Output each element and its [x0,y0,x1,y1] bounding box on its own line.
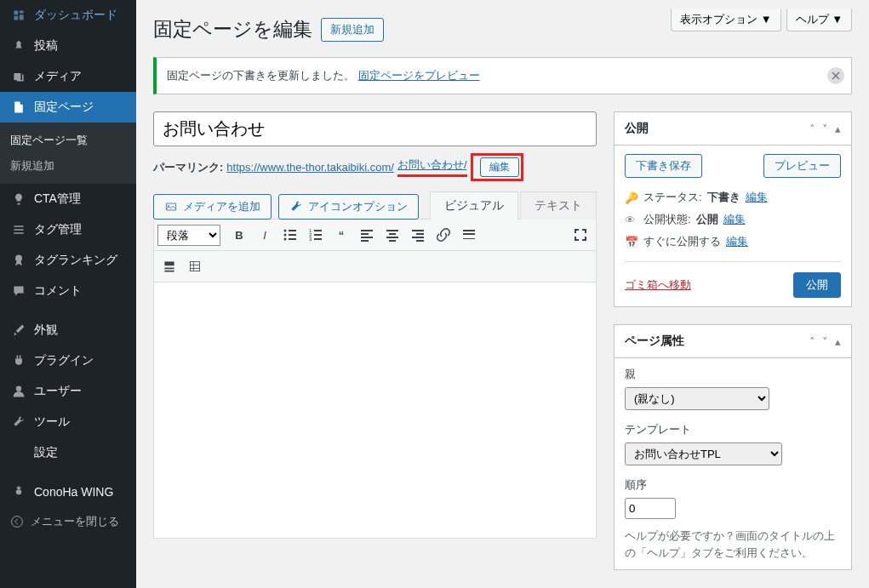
svg-point-0 [15,255,22,262]
menu-appearance[interactable]: 外観 [0,315,136,345]
move-up-icon[interactable]: ˄ [809,335,815,348]
align-left-icon [358,226,375,243]
move-down-icon[interactable]: ˅ [822,123,828,135]
sidebar-column: 公開 ˄˅▴ 下書き保存 プレビュー 🔑ステータス: 下書き 編集 👁公開状態:… [614,111,852,587]
menu-comments[interactable]: コメント [0,276,136,306]
menu-users[interactable]: ユーザー [0,376,136,407]
menu-plugins[interactable]: プラグイン [0,345,136,376]
order-input[interactable] [625,498,676,519]
title-input[interactable] [153,111,597,146]
visibility-label: 公開状態: [643,212,691,227]
menu-label: 固定ページ [34,100,94,115]
menu-pages[interactable]: 固定ページ [0,92,136,123]
add-media-button[interactable]: メディアを追加 [153,194,272,220]
toolbar-toggle-button[interactable] [157,254,181,278]
link-button[interactable] [432,223,455,247]
collapse-menu[interactable]: メニューを閉じる [0,507,136,536]
edit-schedule-link[interactable]: 編集 [726,234,748,249]
svg-rect-9 [164,261,174,265]
tab-text[interactable]: テキスト [520,191,597,220]
table-button[interactable] [183,254,207,278]
ol-icon: 123 [307,226,324,243]
menu-label: CTA管理 [34,191,81,207]
page-icon [10,99,27,116]
editor-body[interactable] [154,283,596,538]
publish-button[interactable]: 公開 [793,272,841,298]
number-list-button[interactable]: 123 [304,223,328,247]
edit-visibility-link[interactable]: 編集 [723,212,746,227]
svg-point-1 [16,386,21,391]
move-up-icon[interactable]: ˄ [809,123,815,135]
save-draft-button[interactable]: 下書き保存 [625,154,702,178]
brush-icon [10,322,27,339]
publish-box: 公開 ˄˅▴ 下書き保存 プレビュー 🔑ステータス: 下書き 編集 👁公開状態:… [614,111,852,307]
align-left-button[interactable] [355,223,379,247]
more-button[interactable] [457,223,481,247]
visibility-value: 公開 [696,212,718,227]
toggle-icon[interactable]: ▴ [835,123,841,135]
dismiss-notice-button[interactable] [827,67,844,84]
screen-options-button[interactable]: 表示オプション ▼ [671,9,780,31]
svg-point-3 [284,230,287,232]
status-label: ステータス: [643,190,702,205]
collapse-label: メニューを閉じる [31,514,119,529]
media-icon [164,200,178,214]
format-select[interactable]: 段落 [157,225,220,246]
award-icon [10,252,27,269]
add-media-label: メディアを追加 [183,199,260,214]
menu-tags[interactable]: タグ管理 [0,214,136,245]
svg-rect-10 [190,261,199,271]
user-icon [10,383,27,400]
permalink-row: パーマリンク: https://www.the-thor.takaibiki.c… [153,153,597,181]
success-notice: 固定ページの下書きを更新しました。 固定ページをプレビュー [153,57,852,94]
preview-button[interactable]: プレビュー [763,154,841,178]
link-icon [435,226,452,243]
align-center-icon [384,226,401,243]
menu-cta[interactable]: CTA管理 [0,184,136,214]
quote-button[interactable]: “ [329,223,353,247]
parent-select[interactable]: (親なし) [625,387,769,410]
menu-conoha[interactable]: ConoHa WING [0,477,136,507]
menu-label: タグランキング [34,253,117,268]
edit-status-link[interactable]: 編集 [746,190,768,205]
screen-meta-links: 表示オプション ▼ ヘルプ ▼ [671,9,852,31]
move-down-icon[interactable]: ˅ [822,335,828,348]
schedule-label: すぐに公開する [643,234,721,249]
align-right-icon [409,226,426,243]
menu-label: プラグイン [34,353,94,368]
notice-preview-link[interactable]: 固定ページをプレビュー [358,69,480,82]
submenu-pages-new[interactable]: 新規追加 [0,153,136,179]
submenu-pages-list[interactable]: 固定ページ一覧 [0,128,136,153]
align-right-button[interactable] [406,223,430,247]
more-icon [460,226,477,243]
edit-permalink-button[interactable]: 編集 [480,157,519,177]
tab-visual[interactable]: ビジュアル [430,191,518,220]
bullet-list-button[interactable] [278,223,302,247]
icon-option-button[interactable]: アイコンオプション [278,194,419,220]
template-select[interactable]: お問い合わせTPL [625,442,782,465]
menu-label: 投稿 [34,38,58,54]
template-label: テンプレート [625,422,841,437]
menu-dashboard[interactable]: ダッシュボード [0,0,136,31]
menu-media[interactable]: メディア [0,61,136,92]
sliders-icon [10,444,27,461]
table-icon [188,260,202,273]
attributes-help-text: ヘルプが必要ですか？画面のタイトルの上の「ヘルプ」タブをご利用ください。 [625,528,841,561]
italic-button[interactable]: I [253,223,277,247]
bold-button[interactable]: B [227,223,251,247]
align-center-button[interactable] [380,223,404,247]
page-attributes-box: ページ属性 ˄˅▴ 親 (親なし) テンプレート お問い合わせTPL 順序 ヘル… [614,324,852,570]
toggle-icon[interactable]: ▴ [835,335,841,348]
permalink-slug[interactable]: お問い合わせ/ [397,157,467,177]
menu-posts[interactable]: 投稿 [0,31,136,61]
permalink-base[interactable]: https://www.the-thor.takaibiki.com/ [226,161,394,174]
plug-icon [10,352,27,369]
add-new-button[interactable]: 新規追加 [321,18,384,42]
menu-settings[interactable]: 設定 [0,437,136,468]
menu-tag-ranking[interactable]: タグランキング [0,245,136,276]
help-button[interactable]: ヘルプ ▼ [786,9,852,31]
fullscreen-button[interactable] [569,223,592,247]
menu-tools[interactable]: ツール [0,407,136,437]
list-icon [10,221,27,238]
trash-link[interactable]: ゴミ箱へ移動 [625,277,691,293]
